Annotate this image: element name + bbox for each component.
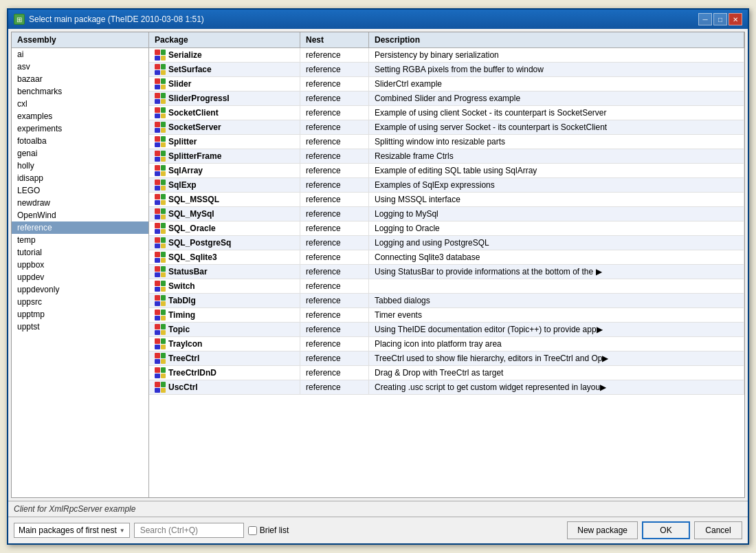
sidebar-item-uppdev[interactable]: uppdev	[12, 271, 148, 283]
package-name: TreeCtrlDnD	[168, 368, 216, 378]
nest-cell: reference	[300, 193, 369, 206]
table-row[interactable]: SocketClientreferenceExample of using cl…	[149, 106, 744, 120]
description-cell: Examples of SqlExp expressions	[369, 178, 744, 192]
nest-cell: reference	[300, 164, 369, 177]
table-row[interactable]: TopicreferenceUsing TheIDE documentation…	[149, 323, 744, 337]
package-cell: TrayIcon	[149, 337, 300, 351]
package-name: Slider	[168, 79, 191, 89]
table-row[interactable]: TreeCtrlDnDreferenceDrag & Drop with Tre…	[149, 366, 744, 380]
table-row[interactable]: SQL_MSSQLreferenceUsing MSSQL interface	[149, 193, 744, 207]
nest-cell: reference	[300, 308, 369, 322]
table-row[interactable]: TreeCtrlreferenceTreeCtrl used to show f…	[149, 351, 744, 366]
sidebar-item-idisapp[interactable]: idisapp	[12, 172, 148, 184]
sidebar-item-cxl[interactable]: cxl	[12, 98, 148, 110]
package-icon	[155, 78, 166, 89]
title-bar: ⊞ Select main package (TheIDE 2010-03-08…	[8, 10, 748, 29]
table-row[interactable]: SliderProgressIreferenceCombined Slider …	[149, 91, 744, 106]
package-name: StatusBar	[168, 267, 208, 276]
title-controls: ─ □ ✕	[698, 13, 742, 25]
nest-cell: reference	[300, 380, 369, 394]
package-cell: SliderProgressI	[149, 91, 300, 105]
table-row[interactable]: SliderreferenceSliderCtrl example	[149, 77, 744, 91]
col-package: Package	[149, 32, 300, 47]
sidebar-item-genai[interactable]: genai	[12, 147, 148, 160]
package-cell: SQL_Sqlite3	[149, 250, 300, 264]
description-cell: Logging to Oracle	[369, 221, 744, 235]
package-name: SocketClient	[168, 108, 219, 118]
package-name: Splitter	[168, 137, 197, 147]
sidebar-item-ai[interactable]: ai	[12, 48, 148, 61]
sidebar-item-fotoalba[interactable]: fotoalba	[12, 135, 148, 147]
package-cell: Serialize	[149, 48, 300, 62]
sidebar-item-reference[interactable]: reference	[12, 221, 148, 234]
sidebar-item-openwind[interactable]: OpenWind	[12, 209, 148, 221]
footer-left: Main packages of first nest ▼ Brief list	[14, 523, 289, 538]
package-name: SocketServer	[168, 122, 221, 132]
package-icon	[155, 194, 166, 205]
sidebar-item-upptmp[interactable]: upptmp	[12, 308, 148, 321]
table-row[interactable]: SQL_Sqlite3referenceConnecting Sqlite3 d…	[149, 250, 744, 265]
table-row[interactable]: SqlArrayreferenceExample of editing SQL …	[149, 164, 744, 178]
sidebar-item-lego[interactable]: LEGO	[12, 184, 148, 197]
package-cell: SQL_Oracle	[149, 221, 300, 235]
nest-cell: reference	[300, 221, 369, 235]
table-row[interactable]: SetSurfacereferenceSetting RGBA pixels f…	[149, 63, 744, 77]
window-title: Select main package (TheIDE 2010-03-08 1…	[29, 14, 204, 24]
description-cell: Example of editing SQL table using SqlAr…	[369, 164, 744, 177]
sidebar-item-temp[interactable]: temp	[12, 234, 148, 246]
table-row[interactable]: TabDlgreferenceTabbed dialogs	[149, 294, 744, 308]
table-row[interactable]: SQL_OraclereferenceLogging to Oracle	[149, 221, 744, 236]
table-row[interactable]: StatusBarreferenceUsing StatusBar to pro…	[149, 265, 744, 279]
table-row[interactable]: SerializereferencePersistency by binary …	[149, 48, 744, 63]
table-body[interactable]: SerializereferencePersistency by binary …	[149, 48, 744, 497]
ok-button[interactable]: OK	[642, 521, 690, 539]
package-cell: Timing	[149, 308, 300, 322]
sidebar-item-tutorial[interactable]: tutorial	[12, 246, 148, 259]
description-cell: Drag & Drop with TreeCtrl as target	[369, 366, 744, 380]
package-icon	[155, 324, 166, 335]
package-name: SQL_PostgreSq	[168, 238, 231, 248]
table-row[interactable]: SplitterFramereferenceResizable frame Ct…	[149, 149, 744, 164]
sidebar-item-uppsrc[interactable]: uppsrc	[12, 296, 148, 308]
table-row[interactable]: SQL_PostgreSqreferenceLogging and using …	[149, 236, 744, 250]
sidebar-item-upptst[interactable]: upptst	[12, 321, 148, 333]
sidebar-item-examples[interactable]: examples	[12, 110, 148, 122]
close-button[interactable]: ✕	[729, 13, 742, 25]
package-cell: Splitter	[149, 135, 300, 149]
table-row[interactable]: SqlExpreferenceExamples of SqlExp expres…	[149, 178, 744, 193]
nest-cell: reference	[300, 91, 369, 105]
table-row[interactable]: SQL_MySqlreferenceLogging to MySql	[149, 207, 744, 221]
package-name: SQL_Sqlite3	[168, 252, 217, 262]
sidebar-item-asv[interactable]: asv	[12, 61, 148, 73]
nest-cell: reference	[300, 149, 369, 163]
search-input[interactable]	[134, 523, 244, 538]
sidebar-item-uppdevonly[interactable]: uppdevonly	[12, 283, 148, 296]
sidebar-item-experiments[interactable]: experiments	[12, 122, 148, 135]
package-icon	[155, 93, 166, 104]
main-packages-dropdown[interactable]: Main packages of first nest ▼	[14, 523, 130, 538]
app-icon: ⊞	[14, 14, 25, 25]
table-row[interactable]: Switchreference	[149, 279, 744, 294]
nest-cell: reference	[300, 207, 369, 221]
package-name: SQL_MSSQL	[168, 195, 219, 204]
sidebar-item-bazaar[interactable]: bazaar	[12, 73, 148, 85]
table-row[interactable]: SplitterreferenceSplitting window into r…	[149, 135, 744, 149]
nest-cell: reference	[300, 265, 369, 279]
brief-list-checkbox[interactable]	[248, 526, 257, 535]
sidebar-item-newdraw[interactable]: newdraw	[12, 197, 148, 209]
table-row[interactable]: TrayIconreferencePlacing icon into platf…	[149, 337, 744, 351]
table-row[interactable]: SocketServerreferenceExample of using se…	[149, 120, 744, 135]
maximize-button[interactable]: □	[713, 13, 727, 25]
nest-cell: reference	[300, 236, 369, 250]
sidebar-item-uppbox[interactable]: uppbox	[12, 259, 148, 271]
description-cell: Using StatusBar to provide informations …	[369, 265, 744, 279]
col-nest: Nest	[300, 32, 369, 47]
sidebar-item-holly[interactable]: holly	[12, 160, 148, 172]
title-bar-left: ⊞ Select main package (TheIDE 2010-03-08…	[14, 14, 204, 25]
new-package-button[interactable]: New package	[567, 521, 638, 539]
cancel-button[interactable]: Cancel	[694, 521, 742, 539]
table-row[interactable]: TimingreferenceTimer events	[149, 308, 744, 323]
minimize-button[interactable]: ─	[698, 13, 712, 25]
sidebar-item-benchmarks[interactable]: benchmarks	[12, 85, 148, 98]
table-row[interactable]: UscCtrlreferenceCreating .usc script to …	[149, 380, 744, 395]
